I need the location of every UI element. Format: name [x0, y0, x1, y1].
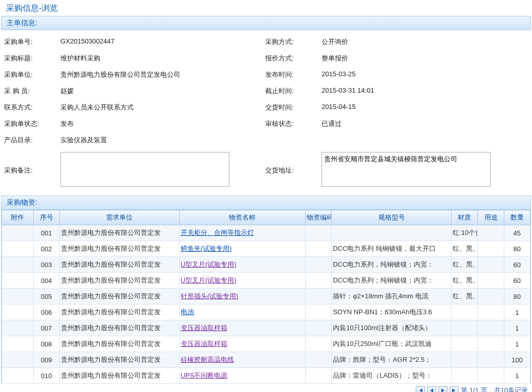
cell-code — [305, 257, 331, 273]
cell-name[interactable]: U型叉片(试验专用) — [179, 273, 305, 289]
label-deadline: 截止时间: — [265, 86, 322, 96]
cell-attach[interactable] — [2, 241, 34, 257]
table-row: 005贵州黔源电力股份有限公司普定发针形插头(试验专用)插针：φ2×18mm 插… — [2, 289, 530, 304]
value-order-no: GX201503002447 — [60, 37, 265, 47]
cell-use — [478, 352, 504, 368]
remark-textarea[interactable] — [60, 152, 229, 187]
item-name-link[interactable]: U型叉片(试验专用) — [181, 260, 237, 268]
label-delivery-time: 交货时间: — [265, 103, 322, 112]
cell-name[interactable]: UPS不间断电源 — [179, 368, 305, 384]
cell-spec: DCC电力系列，纯铜镀镍；内宽： — [332, 257, 452, 273]
cell-unit: 贵州黔源电力股份有限公司普定发 — [59, 289, 179, 304]
cell-mat: 红、黑、 — [452, 289, 478, 304]
cell-spec: 品牌：雷迪司（LADIS）；型号： — [332, 368, 452, 384]
cell-seq: 001 — [33, 225, 59, 241]
label-quote-method: 报价方式: — [265, 54, 322, 63]
pager-next-button[interactable] — [438, 386, 448, 392]
table-row: 001贵州黔源电力股份有限公司普定发开关柜分、合闸等指示灯红:10个黄45 — [2, 225, 530, 241]
table-row: 004贵州黔源电力股份有限公司普定发U型叉片(试验专用)DCC电力系列；纯铜镀镍… — [2, 273, 530, 289]
value-deadline: 2015-03-31 14:01 — [322, 86, 526, 96]
cell-attach[interactable] — [2, 336, 34, 352]
cell-unit: 贵州黔源电力股份有限公司普定发 — [59, 257, 179, 273]
cell-code — [305, 289, 331, 304]
table-row: 002贵州黔源电力股份有限公司普定发鳄鱼夹(试验专用)DCC电力系列 纯铜镀镍，… — [2, 241, 530, 257]
col-attach[interactable]: 附件 — [2, 210, 34, 225]
col-name[interactable]: 物资名称 — [179, 210, 305, 225]
value-status: 发布 — [60, 119, 265, 128]
label-audit: 审核状态: — [265, 119, 322, 128]
cell-mat: 红、黑、 — [452, 257, 478, 273]
pager-text: 第 1/1 页，共10条记录 — [461, 386, 528, 392]
label-addr: 交货地址: — [265, 166, 322, 175]
cell-spec: 内装10只100ml注射器（配堵头） — [332, 320, 452, 336]
pager: 第 1/1 页，共10条记录 — [0, 384, 532, 392]
value-contact: 采购人员未公开联系方式 — [60, 103, 265, 112]
pager-first-button[interactable] — [416, 386, 425, 392]
cell-seq: 005 — [33, 289, 59, 304]
cell-name[interactable]: 变压器油取样箱 — [179, 336, 305, 352]
cell-attach[interactable] — [2, 225, 34, 241]
cell-use — [478, 257, 504, 273]
table-row: 007贵州黔源电力股份有限公司普定发变压器油取样箱内装10只100ml注射器（配… — [2, 320, 530, 336]
cell-mat: 红:10个黄 — [452, 225, 478, 241]
col-mat[interactable]: 材质 — [452, 210, 478, 225]
col-seq[interactable]: 序号 — [33, 210, 59, 225]
cell-use — [478, 289, 504, 304]
cell-spec — [332, 225, 452, 241]
cell-name[interactable]: 针形插头(试验专用) — [179, 289, 305, 304]
cell-name[interactable]: 开关柜分、合闸等指示灯 — [179, 225, 305, 241]
cell-name[interactable]: U型叉片(试验专用) — [179, 257, 305, 273]
value-catalog: 实验仪器及装置 — [60, 136, 265, 145]
item-name-link[interactable]: 针形插头(试验专用) — [181, 292, 239, 300]
item-name-link[interactable]: UPS不间断电源 — [181, 372, 228, 379]
cell-spec: SOYN NP-BN1；630mAh电压3.6 — [332, 304, 452, 320]
col-spec[interactable]: 规格型号 — [332, 210, 452, 225]
cell-attach[interactable] — [2, 320, 34, 336]
col-code[interactable]: 物资编码 — [305, 210, 331, 225]
table-row: 008贵州黔源电力股份有限公司普定发变压器油取样箱内装10只250ml广口瓶；武… — [2, 336, 530, 352]
cell-attach[interactable] — [2, 289, 34, 304]
master-info-grid: 采购单号: GX201503002447 采购方式: 公开询价 采购标题: 维护… — [0, 30, 532, 152]
cell-name[interactable]: 鳄鱼夹(试验专用) — [179, 241, 305, 257]
cell-spec: DCC电力系列 纯铜镀镍，最大开口 — [332, 241, 452, 257]
pager-last-button[interactable] — [450, 386, 459, 392]
cell-attach[interactable] — [2, 368, 34, 384]
cell-mat — [452, 320, 478, 336]
item-name-link[interactable]: 变压器油取样箱 — [181, 340, 227, 347]
section-master-info: 主单信息: — [1, 16, 531, 30]
cell-use — [478, 225, 504, 241]
cell-code — [305, 368, 331, 384]
cell-seq: 009 — [33, 352, 59, 368]
item-name-link[interactable]: 变压器油取样箱 — [181, 324, 227, 332]
cell-attach[interactable] — [2, 273, 34, 289]
item-name-link[interactable]: U型叉片(试验专用) — [181, 276, 237, 284]
cell-mat: 红、黑、 — [452, 273, 478, 289]
item-name-link[interactable]: 鳄鱼夹(试验专用) — [181, 245, 232, 252]
addr-textarea[interactable] — [322, 152, 491, 187]
cell-unit: 贵州黔源电力股份有限公司普定发 — [59, 320, 179, 336]
item-name-link[interactable]: 电池 — [181, 308, 194, 316]
value-title: 维护材料采购 — [60, 54, 265, 63]
cell-name[interactable]: 硅橡胶耐高温电线 — [179, 352, 305, 368]
cell-code — [305, 273, 331, 289]
col-qty[interactable]: 数量 — [504, 210, 530, 225]
cell-name[interactable]: 电池 — [179, 304, 305, 320]
cell-attach[interactable] — [2, 257, 34, 273]
cell-code — [305, 241, 331, 257]
cell-qty: 1 — [504, 336, 530, 352]
cell-use — [478, 304, 504, 320]
cell-unit: 贵州黔源电力股份有限公司普定发 — [59, 225, 179, 241]
cell-unit: 贵州黔源电力股份有限公司普定发 — [59, 304, 179, 320]
cell-attach[interactable] — [2, 304, 34, 320]
item-name-link[interactable]: 开关柜分、合闸等指示灯 — [181, 229, 254, 236]
pager-prev-button[interactable] — [427, 386, 436, 392]
cell-name[interactable]: 变压器油取样箱 — [179, 320, 305, 336]
cell-qty: 60 — [504, 257, 530, 273]
value-audit: 已通过 — [322, 119, 526, 128]
label-method: 采购方式: — [265, 37, 322, 47]
cell-qty: 80 — [504, 289, 530, 304]
col-use[interactable]: 用途 — [478, 210, 504, 225]
item-name-link[interactable]: 硅橡胶耐高温电线 — [181, 356, 234, 363]
cell-attach[interactable] — [2, 352, 34, 368]
col-unit[interactable]: 需求单位 — [59, 210, 179, 225]
